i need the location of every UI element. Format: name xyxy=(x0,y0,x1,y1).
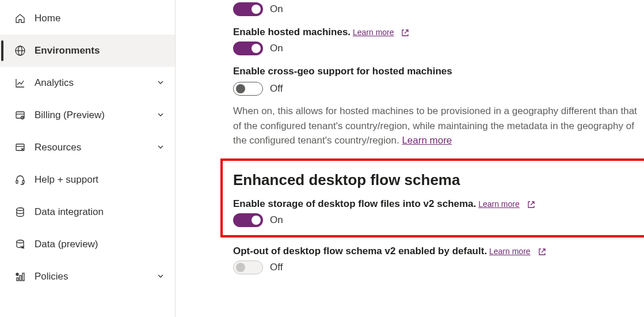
toggle-schema-optout xyxy=(233,261,263,274)
setting-label-schema-enable: Enable storage of desktop flow files int… xyxy=(233,198,476,209)
setting-label-cross-geo: Enable cross-geo support for hosted mach… xyxy=(233,66,644,77)
sidebar-item-label: Home xyxy=(35,13,166,24)
svg-point-8 xyxy=(17,240,24,243)
sidebar-item-policies[interactable]: Policies xyxy=(0,261,175,293)
learn-more-link[interactable]: Learn more xyxy=(353,28,394,37)
toggle-state-label: Off xyxy=(270,262,283,273)
sidebar-item-label: Data (preview) xyxy=(35,239,166,250)
external-link-icon xyxy=(527,200,536,209)
svg-point-7 xyxy=(17,208,24,211)
sidebar-item-analytics[interactable]: Analytics xyxy=(0,67,175,99)
external-link-icon xyxy=(538,247,547,256)
toggle-unlabeled-top[interactable] xyxy=(233,2,263,16)
svg-rect-5 xyxy=(16,180,18,183)
sidebar-item-label: Data integration xyxy=(35,206,166,218)
learn-more-link[interactable]: Learn more xyxy=(489,247,531,256)
toggle-state-label: On xyxy=(270,3,283,15)
toggle-hosted-machines[interactable] xyxy=(233,41,263,55)
cross-geo-description: When on, this allows for hosted machines… xyxy=(233,104,644,148)
section-title-schema: Enhanced desktop flow schema xyxy=(233,171,644,189)
globe-icon xyxy=(14,44,26,57)
sidebar-item-label: Help + support xyxy=(35,174,166,186)
toggle-schema-v2[interactable] xyxy=(233,213,263,227)
sidebar-item-data-preview[interactable]: Data (preview) xyxy=(0,228,175,261)
toggle-state-label: On xyxy=(270,214,283,226)
sidebar: Home Environments Analytics xyxy=(0,0,176,317)
sidebar-item-environments[interactable]: Environments xyxy=(0,35,175,67)
billing-icon xyxy=(14,109,26,122)
external-link-icon xyxy=(401,28,410,37)
svg-rect-9 xyxy=(17,278,18,281)
policies-icon xyxy=(14,270,26,283)
learn-more-link[interactable]: Learn more xyxy=(478,199,520,209)
database-icon xyxy=(14,206,26,218)
svg-rect-11 xyxy=(22,273,24,281)
data-preview-icon xyxy=(14,238,26,251)
sidebar-item-label: Policies xyxy=(35,271,157,282)
highlighted-section: Enhanced desktop flow schema Enable stor… xyxy=(220,158,644,237)
learn-more-link[interactable]: Learn more xyxy=(402,135,452,146)
chevron-down-icon xyxy=(157,272,166,281)
resources-icon xyxy=(14,141,26,154)
home-icon xyxy=(14,12,26,25)
toggle-state-label: On xyxy=(270,43,283,54)
sidebar-item-data-integration[interactable]: Data integration xyxy=(0,196,175,228)
svg-rect-10 xyxy=(20,276,21,281)
sidebar-item-help[interactable]: Help + support xyxy=(0,164,175,196)
sidebar-item-resources[interactable]: Resources xyxy=(0,131,175,164)
chevron-down-icon xyxy=(157,78,166,88)
main-content: On Enable hosted machines. Learn more On… xyxy=(176,0,644,317)
sidebar-item-label: Environments xyxy=(35,45,166,56)
sidebar-item-label: Analytics xyxy=(35,77,157,89)
toggle-cross-geo[interactable] xyxy=(233,82,263,96)
setting-label-schema-optout: Opt-out of desktop flow schema v2 enable… xyxy=(233,246,487,256)
sidebar-item-home[interactable]: Home xyxy=(0,2,175,35)
chevron-down-icon xyxy=(157,143,166,152)
svg-rect-6 xyxy=(22,180,24,183)
sidebar-item-billing[interactable]: Billing (Preview) xyxy=(0,99,175,131)
chevron-down-icon xyxy=(157,111,166,120)
analytics-icon xyxy=(14,77,26,89)
sidebar-item-label: Billing (Preview) xyxy=(35,110,157,121)
sidebar-item-label: Resources xyxy=(35,142,157,153)
toggle-state-label: Off xyxy=(270,83,283,95)
setting-label-hosted-machines: Enable hosted machines. xyxy=(233,27,350,37)
headset-icon xyxy=(14,173,26,186)
